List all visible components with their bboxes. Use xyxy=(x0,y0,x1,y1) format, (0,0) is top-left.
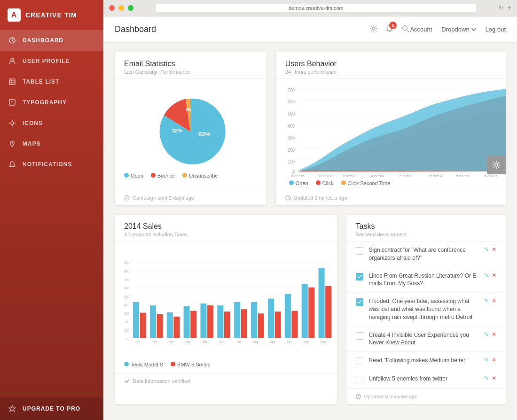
notifications-topbar-icon[interactable]: 5 xyxy=(385,24,394,35)
sidebar-item-typography[interactable]: T TYPOGRAPHY xyxy=(0,92,103,113)
sales-title: 2014 Sales xyxy=(124,222,328,231)
sidebar-item-typography-label: TYPOGRAPHY xyxy=(23,99,67,106)
email-stats-body: 62% 32% 6% Open Bounce Unsubscribe xyxy=(115,79,266,190)
task-delete-6[interactable]: ✕ xyxy=(492,375,496,381)
svg-text:800: 800 xyxy=(124,270,129,273)
email-statistics-card: Email Statistics Last Campaign Performan… xyxy=(115,52,266,205)
minimize-dot[interactable] xyxy=(118,5,124,11)
email-stats-title: Email Statistics xyxy=(124,60,257,68)
pie-legend: Open Bounce Unsubscribe xyxy=(124,173,257,182)
svg-rect-75 xyxy=(184,306,190,338)
logout-link[interactable]: Log out xyxy=(486,26,506,33)
svg-text:200: 200 xyxy=(288,147,295,153)
content-area: Email Statistics Last Campaign Performan… xyxy=(103,43,517,420)
settings-fab-button[interactable] xyxy=(487,156,506,174)
settings-icon[interactable] xyxy=(369,24,378,35)
task-delete-5[interactable]: ✕ xyxy=(492,357,496,363)
task-actions-2: ✎ ✕ xyxy=(484,272,496,279)
task-delete-3[interactable]: ✕ xyxy=(492,297,496,304)
maps-icon xyxy=(8,139,17,148)
legend-behavior-open: Open xyxy=(289,180,308,186)
svg-text:9:00PM: 9:00PM xyxy=(400,174,413,177)
search-topbar-icon[interactable] xyxy=(401,24,410,35)
fullscreen-dot[interactable] xyxy=(128,5,133,11)
task-checkbox-1[interactable] xyxy=(356,247,363,255)
legend-bounce: Bounce xyxy=(151,173,175,179)
svg-text:400: 400 xyxy=(124,303,129,307)
tasks-title: Tasks xyxy=(356,222,496,231)
legend-tesla: Tesla Model S xyxy=(124,362,163,367)
account-link[interactable]: Account xyxy=(410,26,432,33)
svg-text:3:00PM: 3:00PM xyxy=(343,174,356,177)
task-item: Flooded: One year later, assessing what … xyxy=(346,293,506,326)
behavior-footer: Updated 3 minutes ago xyxy=(276,190,506,205)
sidebar-nav: DASHBOARD USER PROFILE TABLE LIST T TYPO… xyxy=(0,30,103,397)
sales-footer: Data information certified xyxy=(115,373,337,389)
svg-text:Dec: Dec xyxy=(321,340,326,343)
brand-name: CREATIVE TIM xyxy=(25,11,77,19)
task-item: Lines From Great Russian Literature? Or … xyxy=(346,267,506,293)
task-actions-6: ✎ ✕ xyxy=(484,375,496,381)
svg-text:Aug: Aug xyxy=(253,340,258,344)
svg-text:Jan: Jan xyxy=(135,340,141,343)
svg-text:900: 900 xyxy=(124,261,129,264)
task-delete-4[interactable]: ✕ xyxy=(492,331,496,338)
behavior-subtitle: 24 Hours performance xyxy=(285,69,496,75)
sidebar-item-maps-label: MAPS xyxy=(23,140,41,147)
svg-text:62%: 62% xyxy=(198,131,211,138)
task-delete-1[interactable]: ✕ xyxy=(492,246,496,253)
svg-text:6:00PM: 6:00PM xyxy=(371,174,384,177)
svg-text:700: 700 xyxy=(288,88,295,93)
task-checkbox-3[interactable] xyxy=(356,298,363,306)
legend-open: Open xyxy=(124,173,143,179)
svg-text:200: 200 xyxy=(124,320,129,324)
svg-rect-86 xyxy=(275,311,281,338)
clock-icon-2 xyxy=(285,195,291,201)
task-edit-4[interactable]: ✎ xyxy=(484,331,489,338)
svg-rect-80 xyxy=(224,311,230,338)
task-checkbox-2[interactable] xyxy=(356,273,363,280)
new-tab-button[interactable]: + xyxy=(507,4,511,12)
svg-text:Nov: Nov xyxy=(304,340,309,343)
sidebar-item-maps[interactable]: MAPS xyxy=(0,133,103,154)
sidebar-item-icons[interactable]: ICONS xyxy=(0,113,103,133)
task-delete-2[interactable]: ✕ xyxy=(492,272,496,279)
svg-text:300: 300 xyxy=(288,135,295,141)
behavior-footer-text: Updated 3 minutes ago xyxy=(294,195,347,201)
sidebar-item-table-list[interactable]: TABLE LIST xyxy=(0,71,103,92)
task-edit-3[interactable]: ✎ xyxy=(484,297,489,304)
refresh-icon[interactable]: ↻ xyxy=(499,5,503,11)
task-edit-1[interactable]: ✎ xyxy=(484,246,489,253)
upgrade-button[interactable]: UPGRADE TO PRO xyxy=(0,397,103,420)
close-dot[interactable] xyxy=(109,5,115,11)
tasks-footer: Updated 3 minutes ago xyxy=(346,389,506,404)
svg-text:500: 500 xyxy=(124,295,129,298)
svg-rect-74 xyxy=(173,317,180,338)
address-bar[interactable]: demos.creative-tim.com xyxy=(156,4,476,12)
task-edit-2[interactable]: ✎ xyxy=(484,272,489,279)
dropdown-label: Dropdown xyxy=(441,26,469,33)
behavior-title: Users Behavior xyxy=(285,60,496,68)
task-actions-4: ✎ ✕ xyxy=(484,331,496,338)
svg-rect-89 xyxy=(302,284,308,338)
svg-rect-92 xyxy=(325,286,331,338)
pie-chart: 62% 32% 6% xyxy=(143,94,237,169)
svg-point-8 xyxy=(11,122,14,124)
icons-icon xyxy=(8,118,17,128)
task-edit-6[interactable]: ✎ xyxy=(484,375,489,381)
task-edit-5[interactable]: ✎ xyxy=(484,357,489,363)
svg-rect-73 xyxy=(167,312,173,338)
svg-point-13 xyxy=(12,142,13,144)
svg-text:3:00AM: 3:00AM xyxy=(456,174,469,177)
dropdown-button[interactable]: Dropdown xyxy=(441,26,476,33)
browser-chrome: demos.creative-tim.com ↻ + xyxy=(103,0,517,16)
svg-text:Sep: Sep xyxy=(270,340,275,344)
task-checkbox-6[interactable] xyxy=(356,376,363,383)
svg-rect-82 xyxy=(241,309,247,338)
sidebar-item-notifications[interactable]: NOTIFICATIONS xyxy=(0,154,103,175)
sidebar-item-dashboard[interactable]: DASHBOARD xyxy=(0,30,103,51)
sidebar-item-user-profile[interactable]: USER PROFILE xyxy=(0,51,103,71)
sidebar-item-table-list-label: TABLE LIST xyxy=(23,78,59,85)
task-checkbox-5[interactable] xyxy=(356,358,363,365)
task-checkbox-4[interactable] xyxy=(356,332,363,340)
